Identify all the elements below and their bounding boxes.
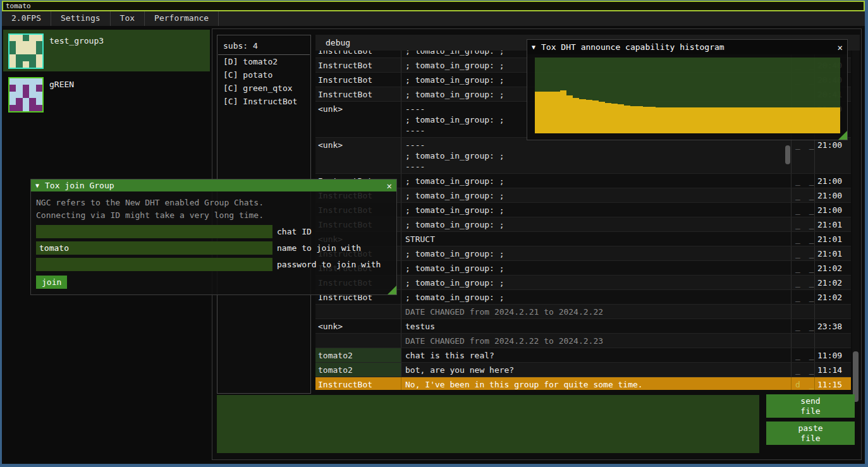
avatar-pixel [16,98,22,104]
chat-scrollbar[interactable] [852,51,859,402]
avatar-pixel [23,41,29,47]
avatar-pixel [29,41,35,47]
menu-item-2-0fps[interactable]: 2.0FPS [2,11,51,26]
message-status: _ _ [792,290,815,304]
avatar-pixel [23,48,29,54]
message-text: DATE CHANGED from 2024.2.21 to 2024.2.22 [401,305,792,318]
message-row[interactable]: <unk>testus_ _23:38 [315,319,851,334]
message-status: _ _ [792,319,815,333]
avatar-pixel [9,61,16,68]
message-status: _ _ [792,174,815,188]
message-status: _ _ [792,348,815,362]
message-time: 21:02 [815,290,851,304]
avatar-pixel [29,48,35,54]
message-time [815,305,851,318]
menu-item-performance[interactable]: Performance [145,11,219,26]
histogram-window-titlebar[interactable]: ▼ Tox DHT announce capability histogram … [527,40,847,54]
avatar-pixel [16,35,22,41]
compose-input[interactable] [217,395,759,453]
avatar-pixel [23,78,29,85]
resize-grip-icon[interactable] [388,286,396,294]
join-button[interactable]: join [36,276,67,289]
avatar-pixel [29,54,35,61]
message-time: 21:00 [815,138,851,173]
join-fields: chat IDname to join withpassword to join… [36,225,391,271]
avatar-pixel [23,105,29,111]
message-row[interactable]: <unk>---- ; tomato_in_group: ; ----_ _21… [315,138,851,174]
collapse-triangle-icon[interactable]: ▼ [532,44,535,51]
member-item[interactable]: [C] potato [217,68,310,82]
avatar-pixel [16,54,22,61]
avatar-pixel [23,35,29,41]
message-row[interactable]: tomato2chat is this real?_ _11:09 [315,348,851,363]
message-sender: <unk> [315,319,401,333]
message-sender: InstructBot [315,377,401,390]
message-sender [315,334,401,348]
message-row[interactable]: tomato2bot, are you new here?_ _11:14 [315,363,851,377]
message-text: testus [401,319,792,333]
resize-grip-icon[interactable] [838,131,847,140]
histogram-window: ▼ Tox DHT announce capability histogram … [527,39,848,140]
collapse-triangle-icon[interactable]: ▼ [35,182,39,189]
message-sender: tomato2 [315,348,401,362]
message-text: ; tomato_in_group: ; [401,188,792,202]
join-info-text: NGC refers to the New DHT enabled Group … [36,197,391,222]
message-row[interactable]: DATE CHANGED from 2024.2.22 to 2024.2.23 [315,334,851,348]
histogram-area-chart [535,58,840,133]
join-window-title: Tox join Group [45,181,114,190]
join-field-row: password to join with [36,258,391,271]
tab-debug[interactable]: debug [315,38,350,47]
join-window-titlebar[interactable]: ▼ Tox join Group ✕ [31,179,396,191]
send-file-button[interactable]: send file [766,394,855,418]
message-time: 21:02 [815,276,851,289]
message-sender: InstructBot [315,87,401,101]
avatar-pixel [36,35,42,41]
message-sender: <unk> [315,102,401,137]
avatar-pixel [9,78,16,85]
group-name: gREEN [49,80,74,89]
member-item[interactable]: [D] tomato2 [217,55,310,68]
member-item[interactable]: [C] green_qtox [217,82,310,95]
join-group-window: ▼ Tox join Group ✕ NGC refers to the New… [30,179,397,295]
menu-item-tox[interactable]: Tox [111,11,145,26]
join-field-password-to-join-with[interactable] [36,258,272,271]
message-status: d _ [792,377,815,390]
message-status: _ _ [792,246,815,260]
avatar-pixel [9,41,16,47]
join-window-close-icon[interactable]: ✕ [387,181,392,191]
paste-file-button[interactable]: paste file [766,422,855,445]
avatar-pixel [23,54,29,61]
member-item[interactable]: [C] InstructBot [217,95,310,108]
message-sender: InstructBot [315,73,401,87]
group-item-gREEN[interactable]: gREEN [3,73,210,115]
message-text: DATE CHANGED from 2024.2.22 to 2024.2.23 [401,334,792,348]
join-field-label: password to join with [277,260,381,269]
message-row[interactable]: DATE CHANGED from 2024.2.21 to 2024.2.22 [315,305,851,319]
avatar-pixel [16,41,22,47]
window-titlebar[interactable]: tomato [2,1,865,11]
message-status [792,334,815,348]
message-time: 21:01 [815,232,851,246]
histogram-window-close-icon[interactable]: ✕ [838,42,843,52]
message-text: ; tomato_in_group: ; [401,203,792,217]
avatar-pixel [29,35,35,41]
message-text: ; tomato_in_group: ; [401,276,792,289]
avatar-pixel [9,48,16,54]
join-field-name-to-join-with[interactable] [36,241,272,255]
message-cell-scrollbar[interactable] [785,145,790,164]
message-status: _ _ [792,261,815,275]
message-text: ; tomato_in_group: ; [401,174,792,188]
message-sender: InstructBot [315,51,401,58]
message-time: 21:00 [815,174,851,188]
message-time: 21:01 [815,217,851,231]
avatar-pixel [29,85,35,91]
group-sidebar: test_group3gREEN [3,30,210,117]
message-row[interactable]: InstructBotNo, I've been in this group f… [315,377,851,390]
join-field-chat-id[interactable] [36,225,272,238]
avatar-pixel [9,92,16,98]
group-avatar [8,33,44,69]
join-info-line: NGC refers to the New DHT enabled Group … [36,197,391,209]
menu-item-settings[interactable]: Settings [51,11,111,26]
avatar-pixel [36,98,42,104]
group-item-test_group3[interactable]: test_group3 [3,30,210,71]
